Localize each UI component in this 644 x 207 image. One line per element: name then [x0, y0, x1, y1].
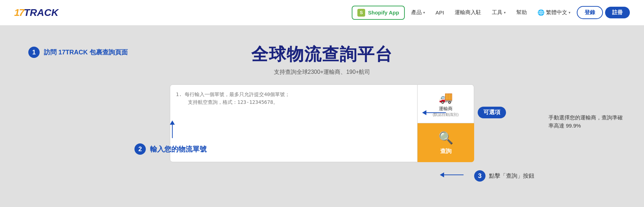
globe-icon: 🌐	[537, 9, 545, 16]
arrow-left-line	[426, 112, 446, 113]
logo-track: TRACK	[24, 7, 58, 18]
search-icon: 🔍	[438, 131, 453, 145]
nav-language[interactable]: 🌐 繁體中文 ▾	[533, 6, 575, 19]
login-button[interactable]: 登錄	[577, 6, 603, 19]
right-panel: 🚚 運輸商 (默認自動識別) 🔍 查詢	[418, 84, 474, 162]
step2-label: 輸入您的物流單號	[150, 144, 207, 154]
logo-17: 17	[14, 7, 24, 18]
chevron-down-icon-lang: ▾	[569, 11, 570, 14]
nav-tools-label: 工具	[492, 9, 502, 16]
search-button[interactable]: 🔍 查詢	[418, 123, 474, 162]
step2-badge: 2	[134, 143, 146, 155]
nav-api-label: API	[436, 10, 444, 16]
nav-products-label: 產品	[411, 9, 422, 16]
header-nav: S Shopify App 產品 ▾ API 運輸商入駐 工具 ▾ 幫助 🌐 繁…	[352, 6, 630, 20]
search-btn-label: 查詢	[440, 148, 452, 155]
nav-tools[interactable]: 工具 ▾	[488, 6, 510, 19]
step3-arrow	[440, 172, 464, 177]
shopify-icon: S	[357, 9, 365, 17]
hero-subtitle: 支持查詢全球2300+運輸商、190+航司	[251, 69, 393, 76]
step2-arrow-container	[170, 120, 175, 138]
nav-api[interactable]: API	[431, 7, 448, 18]
nav-help-label: 幫助	[516, 9, 527, 16]
step1-text: 訪問 17TRACK 包裹查詢頁面	[44, 48, 128, 57]
main-content: 1 訪問 17TRACK 包裹查詢頁面 全球物流查詢平台 支持查詢全球2300+…	[0, 25, 644, 207]
nav-carrier-label: 運輸商入駐	[455, 9, 481, 16]
arrow-left-head2	[440, 172, 444, 177]
chevron-down-icon: ▾	[423, 11, 425, 14]
step1-annotation: 1 訪問 17TRACK 包裹查詢頁面	[28, 47, 128, 58]
search-container: 🚚 運輸商 (默認自動識別) 🔍 查詢	[170, 84, 474, 162]
register-button[interactable]: 註冊	[605, 7, 630, 18]
step3-annotation: 3 點擊「查詢」按鈕	[474, 170, 534, 182]
step3-label: 點擊「查詢」按鈕	[489, 172, 534, 180]
arrow-up-line	[172, 124, 173, 138]
tracking-number-input[interactable]	[170, 84, 418, 162]
step3-badge: 3	[474, 170, 485, 182]
nav-carrier[interactable]: 運輸商入駐	[450, 6, 485, 19]
nav-help[interactable]: 幫助	[512, 6, 531, 19]
chevron-down-icon-tools: ▾	[504, 11, 506, 14]
optional-description: 手動選擇您的運輸商，查詢準確率高達 99.9%	[548, 114, 626, 130]
arrow-left-line2	[444, 175, 464, 175]
step2-annotation: 2 輸入您的物流單號	[134, 143, 207, 155]
nav-products[interactable]: 產品 ▾	[407, 6, 429, 19]
logo[interactable]: 17TRACK	[14, 7, 58, 18]
step1-badge: 1	[28, 47, 40, 58]
optional-bubble: 可選項	[478, 107, 506, 118]
shopify-app-button[interactable]: S Shopify App	[352, 6, 405, 20]
optional-annotation: 可選項	[478, 107, 506, 118]
hero-section: 全球物流查詢平台 支持查詢全球2300+運輸商、190+航司	[251, 43, 393, 76]
truck-icon: 🚚	[439, 91, 453, 104]
header: 17TRACK S Shopify App 產品 ▾ API 運輸商入駐 工具 …	[0, 0, 644, 25]
arrow-left-head	[422, 110, 426, 115]
carrier-select-button[interactable]: 🚚 運輸商 (默認自動識別)	[418, 84, 474, 123]
optional-arrow	[422, 110, 446, 115]
shopify-btn-label: Shopify App	[368, 10, 399, 16]
hero-title: 全球物流查詢平台	[251, 43, 393, 66]
nav-language-label: 繁體中文	[546, 9, 567, 16]
